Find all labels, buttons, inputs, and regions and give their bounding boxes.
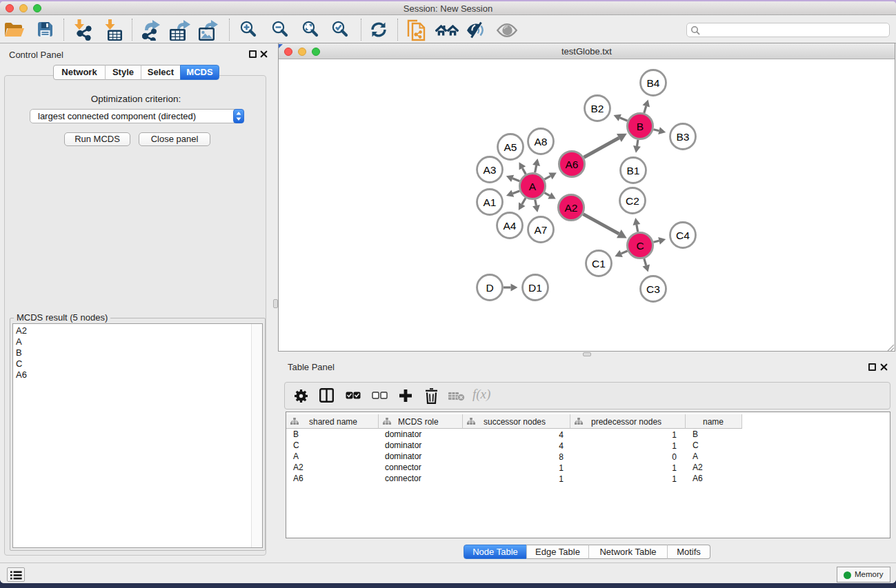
svg-text:C4: C4 (676, 230, 690, 241)
svg-text:D: D (486, 282, 493, 294)
svg-text:C1: C1 (592, 258, 606, 270)
svg-text:A5: A5 (504, 141, 517, 153)
svg-text:A8: A8 (535, 136, 548, 148)
svg-text:B3: B3 (677, 131, 690, 143)
svg-text:A3: A3 (484, 164, 497, 176)
svg-text:C2: C2 (626, 195, 639, 207)
svg-text:A7: A7 (535, 224, 548, 236)
svg-text:A6: A6 (566, 159, 579, 170)
svg-text:B1: B1 (627, 165, 640, 176)
svg-text:A2: A2 (565, 202, 578, 214)
svg-text:A: A (529, 181, 537, 192)
svg-text:B4: B4 (647, 77, 660, 89)
svg-text:D1: D1 (528, 282, 542, 294)
svg-text:C: C (636, 240, 644, 252)
svg-text:A1: A1 (484, 196, 497, 208)
svg-text:A4: A4 (504, 220, 517, 232)
svg-text:B: B (637, 121, 644, 132)
svg-text:C3: C3 (646, 283, 660, 295)
svg-text:B2: B2 (591, 103, 604, 114)
